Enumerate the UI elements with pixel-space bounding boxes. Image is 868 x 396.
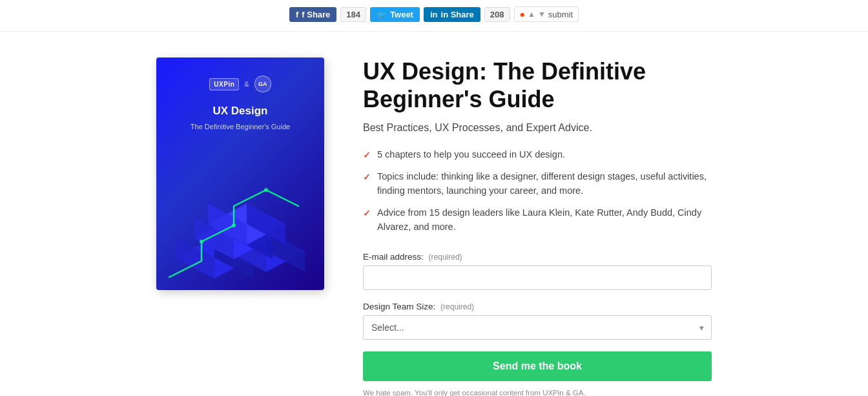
linkedin-icon: in: [430, 10, 438, 19]
social-share-bar: f f Share 184 🐦 Tweet in in Share 208 ● …: [0, 0, 868, 32]
submit-button[interactable]: Send me the book: [363, 351, 712, 381]
bullet-text-2: Topics include: thinking like a designer…: [377, 170, 712, 198]
reddit-share-button[interactable]: ● ▲ ▼ submit: [514, 6, 579, 22]
teamsize-label: Design Team Size: (required): [363, 302, 712, 311]
teamsize-select[interactable]: Select... 1 2-5 6-10 11-25 26-50 51-100 …: [363, 315, 712, 340]
feature-list: ✓ 5 chapters to help you succeed in UX d…: [363, 148, 712, 234]
linkedin-share-label: in Share: [441, 10, 474, 19]
email-label: E-mail address: (required): [363, 252, 712, 262]
reddit-upvote-icon[interactable]: ▲: [528, 10, 535, 19]
facebook-share-label: f Share: [302, 10, 330, 19]
facebook-icon: f: [296, 10, 298, 19]
bullet-item-1: ✓ 5 chapters to help you succeed in UX d…: [363, 148, 712, 162]
email-required-tag: (required): [429, 253, 462, 262]
email-input[interactable]: [363, 266, 712, 290]
main-content: UXPin & GA UX Design The Definitive Begi…: [79, 32, 789, 396]
teamsize-required-tag: (required): [440, 302, 474, 311]
page-subtitle: Best Practices, UX Processes, and Expert…: [363, 122, 712, 134]
facebook-share-button[interactable]: f f Share: [289, 7, 336, 22]
checkmark-icon-2: ✓: [363, 171, 371, 184]
ga-logo: GA: [254, 76, 271, 92]
svg-point-12: [200, 240, 203, 244]
linkedin-count: 208: [484, 7, 510, 22]
svg-point-14: [264, 188, 268, 192]
reddit-downvote-icon[interactable]: ▼: [538, 10, 546, 19]
book-cover-subtitle: The Definitive Beginner's Guide: [191, 122, 290, 132]
twitter-icon: 🐦: [377, 10, 387, 19]
email-form-group: E-mail address: (required): [363, 252, 712, 290]
book-cover-graphic: [156, 167, 324, 290]
bullet-item-3: ✓ Advice from 15 design leaders like Lau…: [363, 206, 712, 234]
bullet-text-1: 5 chapters to help you succeed in UX des…: [377, 148, 565, 162]
checkmark-icon-3: ✓: [363, 207, 371, 220]
book-cover-title: UX Design: [212, 104, 267, 118]
book-cover: UXPin & GA UX Design The Definitive Begi…: [156, 57, 324, 290]
svg-point-13: [232, 224, 236, 227]
twitter-share-label: Tweet: [390, 10, 413, 19]
page-title: UX Design: The Definitive Beginner's Gui…: [363, 57, 712, 113]
logo-ampersand: &: [244, 80, 249, 88]
linkedin-share-button[interactable]: in in Share: [424, 7, 480, 22]
teamsize-select-wrapper: Select... 1 2-5 6-10 11-25 26-50 51-100 …: [363, 315, 712, 340]
facebook-count: 184: [340, 7, 366, 22]
right-panel: UX Design: The Definitive Beginner's Gui…: [363, 57, 712, 396]
checkmark-icon-1: ✓: [363, 149, 371, 162]
spam-notice: We hate spam. You'll only get occasional…: [363, 388, 712, 396]
bullet-text-3: Advice from 15 design leaders like Laura…: [377, 206, 712, 234]
twitter-share-button[interactable]: 🐦 Tweet: [370, 7, 420, 22]
bullet-item-2: ✓ Topics include: thinking like a design…: [363, 170, 712, 198]
uxpin-logo: UXPin: [209, 78, 239, 90]
reddit-icon: ●: [520, 9, 525, 19]
teamsize-form-group: Design Team Size: (required) Select... 1…: [363, 302, 712, 340]
book-logos: UXPin & GA: [209, 76, 271, 92]
reddit-submit-label: submit: [548, 10, 573, 19]
